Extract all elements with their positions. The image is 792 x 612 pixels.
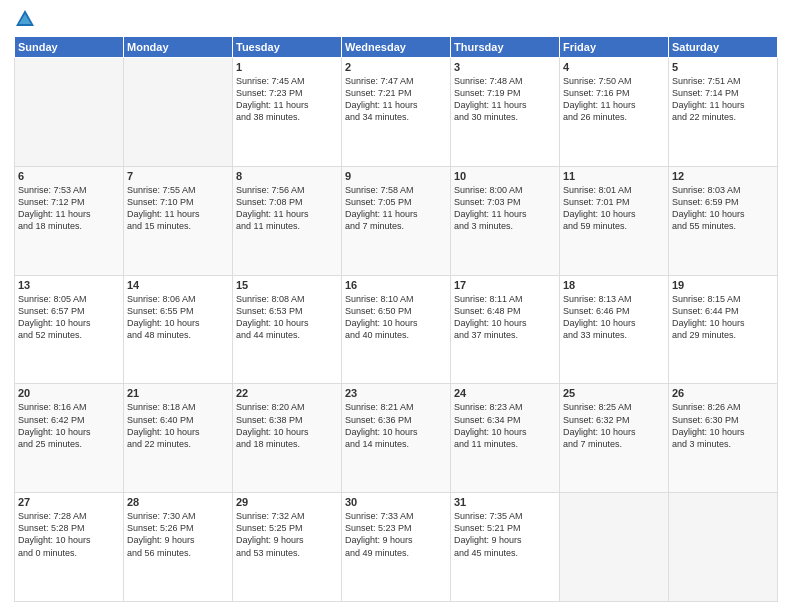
calendar-cell: 3Sunrise: 7:48 AM Sunset: 7:19 PM Daylig…: [451, 58, 560, 167]
day-header-wednesday: Wednesday: [342, 37, 451, 58]
calendar-cell: 6Sunrise: 7:53 AM Sunset: 7:12 PM Daylig…: [15, 166, 124, 275]
calendar-cell: 20Sunrise: 8:16 AM Sunset: 6:42 PM Dayli…: [15, 384, 124, 493]
cell-details: Sunrise: 7:56 AM Sunset: 7:08 PM Dayligh…: [236, 184, 338, 233]
day-number: 24: [454, 387, 556, 399]
day-number: 4: [563, 61, 665, 73]
cell-details: Sunrise: 8:10 AM Sunset: 6:50 PM Dayligh…: [345, 293, 447, 342]
calendar-cell: 7Sunrise: 7:55 AM Sunset: 7:10 PM Daylig…: [124, 166, 233, 275]
cell-details: Sunrise: 8:21 AM Sunset: 6:36 PM Dayligh…: [345, 401, 447, 450]
cell-details: Sunrise: 8:15 AM Sunset: 6:44 PM Dayligh…: [672, 293, 774, 342]
cell-details: Sunrise: 8:00 AM Sunset: 7:03 PM Dayligh…: [454, 184, 556, 233]
cell-details: Sunrise: 7:28 AM Sunset: 5:28 PM Dayligh…: [18, 510, 120, 559]
cell-details: Sunrise: 7:48 AM Sunset: 7:19 PM Dayligh…: [454, 75, 556, 124]
cell-details: Sunrise: 8:05 AM Sunset: 6:57 PM Dayligh…: [18, 293, 120, 342]
cell-details: Sunrise: 8:13 AM Sunset: 6:46 PM Dayligh…: [563, 293, 665, 342]
day-number: 23: [345, 387, 447, 399]
day-number: 5: [672, 61, 774, 73]
calendar-cell: 27Sunrise: 7:28 AM Sunset: 5:28 PM Dayli…: [15, 493, 124, 602]
day-number: 8: [236, 170, 338, 182]
cell-details: Sunrise: 7:55 AM Sunset: 7:10 PM Dayligh…: [127, 184, 229, 233]
day-number: 6: [18, 170, 120, 182]
week-row-1: 1Sunrise: 7:45 AM Sunset: 7:23 PM Daylig…: [15, 58, 778, 167]
calendar-cell: 1Sunrise: 7:45 AM Sunset: 7:23 PM Daylig…: [233, 58, 342, 167]
logo-icon: [14, 8, 36, 30]
day-header-sunday: Sunday: [15, 37, 124, 58]
cell-details: Sunrise: 7:30 AM Sunset: 5:26 PM Dayligh…: [127, 510, 229, 559]
day-number: 3: [454, 61, 556, 73]
calendar-cell: 9Sunrise: 7:58 AM Sunset: 7:05 PM Daylig…: [342, 166, 451, 275]
calendar-cell: 23Sunrise: 8:21 AM Sunset: 6:36 PM Dayli…: [342, 384, 451, 493]
day-number: 27: [18, 496, 120, 508]
cell-details: Sunrise: 7:50 AM Sunset: 7:16 PM Dayligh…: [563, 75, 665, 124]
day-number: 10: [454, 170, 556, 182]
cell-details: Sunrise: 8:25 AM Sunset: 6:32 PM Dayligh…: [563, 401, 665, 450]
calendar-cell: 15Sunrise: 8:08 AM Sunset: 6:53 PM Dayli…: [233, 275, 342, 384]
cell-details: Sunrise: 8:26 AM Sunset: 6:30 PM Dayligh…: [672, 401, 774, 450]
header-row: SundayMondayTuesdayWednesdayThursdayFrid…: [15, 37, 778, 58]
cell-details: Sunrise: 8:20 AM Sunset: 6:38 PM Dayligh…: [236, 401, 338, 450]
calendar-cell: 28Sunrise: 7:30 AM Sunset: 5:26 PM Dayli…: [124, 493, 233, 602]
day-header-monday: Monday: [124, 37, 233, 58]
cell-details: Sunrise: 7:32 AM Sunset: 5:25 PM Dayligh…: [236, 510, 338, 559]
cell-details: Sunrise: 7:33 AM Sunset: 5:23 PM Dayligh…: [345, 510, 447, 559]
day-number: 15: [236, 279, 338, 291]
calendar-cell: 4Sunrise: 7:50 AM Sunset: 7:16 PM Daylig…: [560, 58, 669, 167]
calendar-cell: 31Sunrise: 7:35 AM Sunset: 5:21 PM Dayli…: [451, 493, 560, 602]
calendar-cell: 17Sunrise: 8:11 AM Sunset: 6:48 PM Dayli…: [451, 275, 560, 384]
calendar-cell: [15, 58, 124, 167]
calendar-cell: 19Sunrise: 8:15 AM Sunset: 6:44 PM Dayli…: [669, 275, 778, 384]
cell-details: Sunrise: 8:08 AM Sunset: 6:53 PM Dayligh…: [236, 293, 338, 342]
day-number: 25: [563, 387, 665, 399]
calendar-table: SundayMondayTuesdayWednesdayThursdayFrid…: [14, 36, 778, 602]
calendar-cell: 2Sunrise: 7:47 AM Sunset: 7:21 PM Daylig…: [342, 58, 451, 167]
day-header-tuesday: Tuesday: [233, 37, 342, 58]
calendar-cell: 18Sunrise: 8:13 AM Sunset: 6:46 PM Dayli…: [560, 275, 669, 384]
calendar-cell: 25Sunrise: 8:25 AM Sunset: 6:32 PM Dayli…: [560, 384, 669, 493]
calendar-cell: 13Sunrise: 8:05 AM Sunset: 6:57 PM Dayli…: [15, 275, 124, 384]
calendar-cell: 21Sunrise: 8:18 AM Sunset: 6:40 PM Dayli…: [124, 384, 233, 493]
day-number: 19: [672, 279, 774, 291]
day-number: 20: [18, 387, 120, 399]
calendar-cell: 10Sunrise: 8:00 AM Sunset: 7:03 PM Dayli…: [451, 166, 560, 275]
cell-details: Sunrise: 7:58 AM Sunset: 7:05 PM Dayligh…: [345, 184, 447, 233]
calendar-cell: [560, 493, 669, 602]
cell-details: Sunrise: 7:53 AM Sunset: 7:12 PM Dayligh…: [18, 184, 120, 233]
day-number: 18: [563, 279, 665, 291]
cell-details: Sunrise: 8:18 AM Sunset: 6:40 PM Dayligh…: [127, 401, 229, 450]
cell-details: Sunrise: 7:51 AM Sunset: 7:14 PM Dayligh…: [672, 75, 774, 124]
calendar-cell: 16Sunrise: 8:10 AM Sunset: 6:50 PM Dayli…: [342, 275, 451, 384]
day-number: 17: [454, 279, 556, 291]
calendar-cell: [669, 493, 778, 602]
day-number: 22: [236, 387, 338, 399]
day-number: 21: [127, 387, 229, 399]
calendar-cell: [124, 58, 233, 167]
calendar-cell: 11Sunrise: 8:01 AM Sunset: 7:01 PM Dayli…: [560, 166, 669, 275]
page: SundayMondayTuesdayWednesdayThursdayFrid…: [0, 0, 792, 612]
day-number: 16: [345, 279, 447, 291]
day-number: 28: [127, 496, 229, 508]
day-number: 11: [563, 170, 665, 182]
day-number: 26: [672, 387, 774, 399]
cell-details: Sunrise: 8:01 AM Sunset: 7:01 PM Dayligh…: [563, 184, 665, 233]
day-number: 9: [345, 170, 447, 182]
day-number: 12: [672, 170, 774, 182]
calendar-cell: 26Sunrise: 8:26 AM Sunset: 6:30 PM Dayli…: [669, 384, 778, 493]
calendar-cell: 24Sunrise: 8:23 AM Sunset: 6:34 PM Dayli…: [451, 384, 560, 493]
calendar-cell: 22Sunrise: 8:20 AM Sunset: 6:38 PM Dayli…: [233, 384, 342, 493]
logo: [14, 10, 39, 30]
cell-details: Sunrise: 7:47 AM Sunset: 7:21 PM Dayligh…: [345, 75, 447, 124]
header: [14, 10, 778, 30]
day-number: 30: [345, 496, 447, 508]
calendar-cell: 14Sunrise: 8:06 AM Sunset: 6:55 PM Dayli…: [124, 275, 233, 384]
calendar-cell: 29Sunrise: 7:32 AM Sunset: 5:25 PM Dayli…: [233, 493, 342, 602]
day-header-saturday: Saturday: [669, 37, 778, 58]
week-row-4: 20Sunrise: 8:16 AM Sunset: 6:42 PM Dayli…: [15, 384, 778, 493]
day-number: 31: [454, 496, 556, 508]
day-number: 13: [18, 279, 120, 291]
day-number: 14: [127, 279, 229, 291]
day-header-thursday: Thursday: [451, 37, 560, 58]
cell-details: Sunrise: 8:03 AM Sunset: 6:59 PM Dayligh…: [672, 184, 774, 233]
calendar-cell: 8Sunrise: 7:56 AM Sunset: 7:08 PM Daylig…: [233, 166, 342, 275]
cell-details: Sunrise: 7:45 AM Sunset: 7:23 PM Dayligh…: [236, 75, 338, 124]
cell-details: Sunrise: 8:11 AM Sunset: 6:48 PM Dayligh…: [454, 293, 556, 342]
